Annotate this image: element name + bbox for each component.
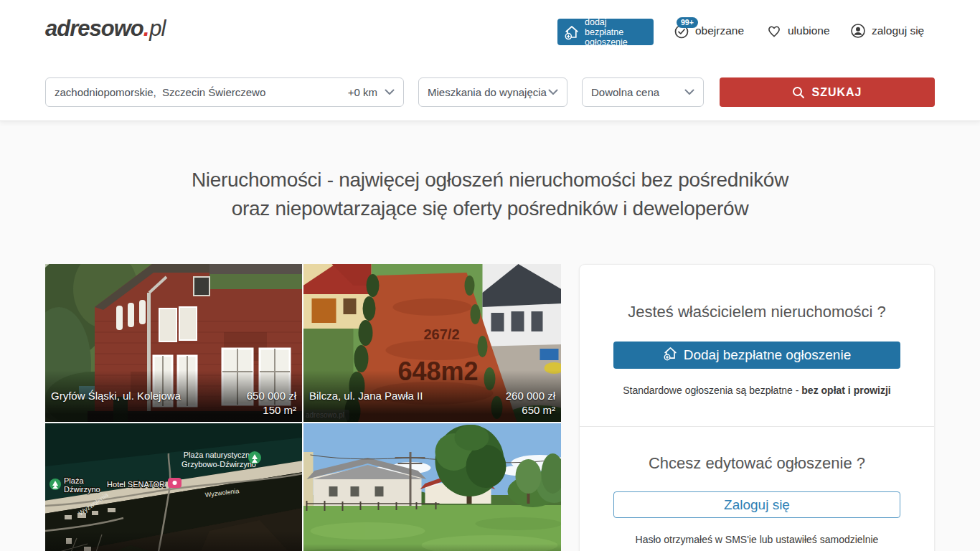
favorites-menu-item[interactable]: ulubione — [766, 23, 830, 39]
owner-panel: Jesteś właścicielem nieruchomości ? Doda… — [579, 264, 935, 551]
listing-caption: Bilcza, ul. Jana Pawła II 260 000 zł 650… — [303, 370, 561, 422]
price-value: Dowolna cena — [591, 86, 684, 98]
owner-note: Standardowe ogłoszenia są bezpłatne - be… — [580, 385, 934, 396]
edit-question: Chcesz edytować ogłoszenie ? — [580, 454, 934, 473]
logo-name: adresowo — [45, 16, 143, 41]
owner-section: Jesteś właścicielem nieruchomości ? Doda… — [580, 265, 934, 396]
property-type-select[interactable]: Mieszkania do wynajęcia — [418, 77, 567, 107]
chevron-down-icon — [548, 89, 558, 95]
search-button[interactable]: SZUKAJ — [720, 77, 935, 107]
listing-price: 650 000 zł — [247, 389, 296, 403]
chevron-down-icon — [385, 89, 395, 95]
listing-caption: Gryfów Śląski, ul. Kolejowa 650 000 zł 1… — [45, 370, 302, 422]
owner-question: Jesteś właścicielem nieruchomości ? — [580, 303, 934, 321]
page-title-line1: Nieruchomości - najwięcej ogłoszeń nieru… — [0, 166, 980, 194]
listing-card-grojce[interactable]: Grojce, ul. Bagienna 891 000 zł — [303, 423, 561, 551]
map-beach2-label-line1: Plaża — [64, 476, 84, 485]
plot-number-label: 267/2 — [423, 326, 459, 342]
listing-caption: Grojce, ul. Bagienna 891 000 zł — [303, 544, 561, 551]
add-listing-sidebar-button[interactable]: Dodaj bezpłatne ogłoszenie — [613, 342, 900, 369]
add-listing-sidebar-label: Dodaj bezpłatne ogłoszenie — [684, 347, 851, 363]
location-search-field[interactable]: zachodniopomorskie, Szczecin Świerczewo … — [45, 77, 404, 107]
add-listing-label-line2: ogłoszenie — [585, 37, 628, 47]
listing-area: 150 m² — [247, 403, 296, 418]
search-icon — [792, 86, 805, 99]
heart-icon — [766, 23, 782, 39]
add-listing-label-line1: dodaj bezpłatne — [585, 17, 623, 37]
top-header: adresowo.pl dodaj bezpłatne ogłoszenie — [0, 0, 980, 121]
price-select[interactable]: Dowolna cena — [582, 77, 704, 107]
chevron-down-icon — [684, 89, 694, 95]
login-menu-item[interactable]: zaloguj się — [850, 23, 924, 39]
listing-caption: Dźwirzyno, ul. Wyzwolenia zapytaj o cenę — [45, 531, 302, 551]
listing-card-dzwirzyno[interactable]: Hotel SENATOR Plaża naturystyczna Grzybo… — [45, 423, 302, 551]
listing-price: 260 000 zł — [506, 389, 555, 403]
owner-note-bold: bez opłat i prowizji — [801, 385, 890, 396]
owner-note-text: Standardowe ogłoszenia są bezpłatne - — [623, 385, 801, 396]
login-sidebar-button[interactable]: Zaloguj się — [613, 491, 900, 518]
listing-card-bilcza[interactable]: 267/2 648m2 adresowo.pl Bilcza, ul. Jana… — [303, 264, 561, 422]
map-beach2-label-line2: Dźwirzyno — [64, 485, 100, 494]
map-beach-label-line1: Plaża naturystyczna — [184, 451, 255, 459]
viewed-label: obejrzane — [695, 24, 744, 37]
radius-select[interactable]: +0 km — [348, 86, 377, 98]
add-listing-header-button[interactable]: dodaj bezpłatne ogłoszenie — [557, 19, 654, 45]
page: adresowo.pl dodaj bezpłatne ogłoszenie — [0, 0, 980, 551]
logo-tld: pl — [149, 16, 165, 41]
meadow-photo — [303, 423, 561, 551]
house-add-icon — [564, 24, 580, 40]
main-content: Nieruchomości - najwięcej ogłoszeń nieru… — [0, 121, 980, 551]
edit-note: Hasło otrzymałeś w SMS'ie lub ustawiłeś … — [580, 534, 934, 545]
check-circle-icon: 99+ — [674, 23, 689, 39]
listing-location: Gryfów Śląski, ul. Kolejowa — [51, 389, 181, 403]
house-add-icon — [663, 346, 678, 364]
listing-area: 650 m² — [506, 403, 555, 418]
listings-grid: Gryfów Śląski, ul. Kolejowa 650 000 zł 1… — [45, 264, 561, 551]
location-value: zachodniopomorskie, Szczecin Świerczewo — [55, 86, 348, 98]
page-title: Nieruchomości - najwięcej ogłoszeń nieru… — [0, 166, 980, 223]
search-button-label: SZUKAJ — [811, 86, 862, 99]
viewed-count-badge: 99+ — [677, 17, 698, 28]
user-icon — [850, 23, 866, 39]
edit-section: Chcesz edytować ogłoszenie ? Zaloguj się… — [580, 427, 934, 545]
listing-location: Bilcza, ul. Jana Pawła II — [309, 389, 423, 403]
map-hotel-label: Hotel SENATOR — [107, 480, 165, 489]
page-title-line2: oraz niepowtarzające się oferty pośredni… — [0, 194, 980, 223]
listing-card-gryfow[interactable]: Gryfów Śląski, ul. Kolejowa 650 000 zł 1… — [45, 264, 302, 422]
login-label: zaloguj się — [872, 24, 924, 37]
viewed-menu-item[interactable]: 99+ obejrzane — [674, 23, 744, 39]
property-type-value: Mieszkania do wynajęcia — [428, 86, 548, 98]
site-logo[interactable]: adresowo.pl — [45, 16, 165, 42]
map-beach-label-line2: Grzybowo-Dźwirzyno — [182, 460, 256, 468]
favorites-label: ulubione — [788, 24, 830, 37]
